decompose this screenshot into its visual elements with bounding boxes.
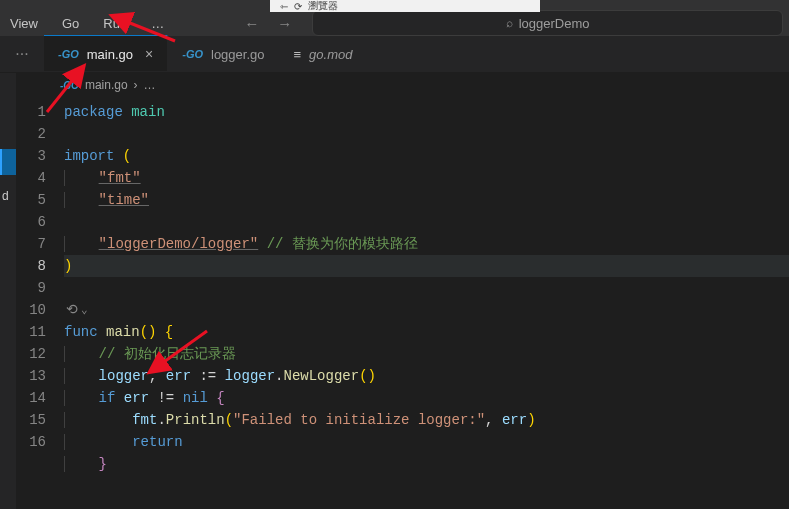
line-number: 15 [0, 409, 46, 431]
external-text: 瀏覽器 [308, 0, 338, 13]
search-value: loggerDemo [519, 16, 590, 31]
tab-label: main.go [87, 47, 133, 62]
codelens-run-icon[interactable]: ⟲ [66, 299, 78, 321]
line-number: 1 [0, 101, 46, 123]
gomod-file-icon: ≡ [294, 47, 302, 62]
external-window-fragment: ⇽ ⟳ 瀏覽器 [270, 0, 540, 12]
line-number: 2 [0, 123, 46, 145]
menu-bar: View Go Run … [0, 12, 174, 35]
line-number: 9 [0, 277, 46, 299]
nav-controls: ← → [244, 15, 292, 32]
menu-go[interactable]: Go [52, 12, 89, 35]
menu-run[interactable]: Run [93, 12, 137, 35]
line-number: 13 [0, 365, 46, 387]
tab-main-go[interactable]: -GO main.go × [44, 35, 168, 71]
code-line[interactable] [64, 211, 789, 233]
code-editor[interactable]: 12345678910111213141516 package mainimpo… [0, 97, 789, 475]
code-line[interactable]: "time" [64, 189, 789, 211]
go-file-icon: -GO [182, 48, 203, 60]
mini-arrow-icon: ⇽ [280, 1, 288, 12]
code-line[interactable]: ⟲⌄ [64, 299, 789, 321]
tabs-overflow-icon[interactable]: ··· [0, 36, 44, 72]
go-file-icon: -GO [58, 48, 79, 60]
code-line[interactable] [64, 123, 789, 145]
code-line[interactable]: // 初始化日志记录器 [64, 343, 789, 365]
mini-reload-icon: ⟳ [294, 1, 302, 12]
go-file-icon: -GO [60, 80, 79, 91]
line-number: 11 [0, 321, 46, 343]
line-number: 14 [0, 387, 46, 409]
tab-logger-go[interactable]: -GO logger.go [168, 36, 279, 72]
menu-view[interactable]: View [0, 12, 48, 35]
code-line[interactable]: return [64, 431, 789, 453]
line-number: 8 [0, 255, 46, 277]
breadcrumb[interactable]: -GO main.go › … [0, 73, 789, 97]
chevron-down-icon[interactable]: ⌄ [81, 299, 88, 321]
menu-more[interactable]: … [141, 12, 174, 35]
command-center-search[interactable]: ⌕ loggerDemo [312, 10, 783, 36]
code-line[interactable]: ) [64, 255, 789, 277]
line-number: 10 [0, 299, 46, 321]
code-content[interactable]: package mainimport ( "fmt" "time" "logge… [64, 101, 789, 475]
line-number: 7 [0, 233, 46, 255]
code-line[interactable]: } [64, 453, 789, 475]
editor-tabs: ··· -GO main.go × -GO logger.go ≡ go.mod [0, 36, 789, 73]
line-number: 3 [0, 145, 46, 167]
code-line[interactable]: import ( [64, 145, 789, 167]
line-number-gutter: 12345678910111213141516 [0, 101, 64, 475]
tab-go-mod[interactable]: ≡ go.mod [280, 36, 368, 72]
close-icon[interactable]: × [145, 46, 153, 62]
code-line[interactable]: logger, err := logger.NewLogger() [64, 365, 789, 387]
search-icon: ⌕ [506, 16, 513, 30]
line-number: 16 [0, 431, 46, 453]
nav-back-icon[interactable]: ← [244, 15, 259, 32]
breadcrumb-file: main.go [85, 78, 128, 92]
code-line[interactable]: fmt.Println("Failed to initialize logger… [64, 409, 789, 431]
line-number: 12 [0, 343, 46, 365]
nav-forward-icon[interactable]: → [277, 15, 292, 32]
code-line[interactable]: package main [64, 101, 789, 123]
code-line[interactable]: func main() { [64, 321, 789, 343]
line-number: 5 [0, 189, 46, 211]
line-number: 4 [0, 167, 46, 189]
line-number: 6 [0, 211, 46, 233]
code-line[interactable]: "fmt" [64, 167, 789, 189]
chevron-right-icon: › [134, 78, 138, 92]
code-line[interactable]: "loggerDemo/logger" // 替换为你的模块路径 [64, 233, 789, 255]
tab-label: logger.go [211, 47, 265, 62]
tab-label: go.mod [309, 47, 352, 62]
code-line[interactable]: if err != nil { [64, 387, 789, 409]
code-line[interactable] [64, 277, 789, 299]
breadcrumb-more: … [144, 78, 156, 92]
